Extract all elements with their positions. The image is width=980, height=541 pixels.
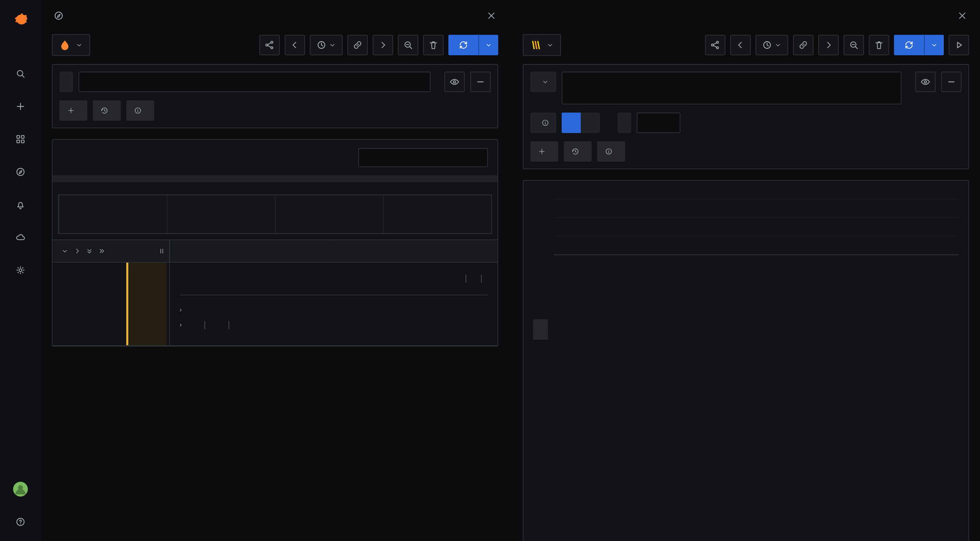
span-table-header — [52, 240, 498, 263]
clear-trash-button[interactable] — [423, 35, 444, 55]
span-detail-indent — [52, 263, 170, 345]
trace-summary-bar — [52, 175, 498, 182]
remove-query-minus-button[interactable] — [941, 71, 962, 92]
zoom-out-button[interactable] — [398, 35, 418, 55]
logs-panel — [523, 180, 969, 541]
run-query-caret[interactable] — [924, 35, 944, 55]
loki-query-input[interactable] — [562, 71, 902, 105]
datasource-picker-loki[interactable] — [523, 34, 561, 56]
column-resize-handle[interactable] — [158, 247, 166, 255]
remove-query-minus-button[interactable] — [470, 71, 491, 92]
line-limit-label — [617, 113, 631, 133]
tempo-datasource-icon — [59, 39, 71, 51]
query-type-label — [530, 113, 556, 133]
forward-button[interactable] — [818, 35, 839, 55]
run-query-caret[interactable] — [479, 35, 498, 55]
toggle-visibility-eye-button[interactable] — [915, 71, 935, 92]
grafana-logo[interactable] — [7, 5, 34, 33]
clear-trash-button[interactable] — [869, 35, 889, 55]
settings-gear-icon[interactable] — [7, 257, 34, 284]
trace-id-label — [59, 71, 73, 92]
collapse-all-icon[interactable] — [85, 247, 94, 255]
forward-button[interactable] — [372, 35, 393, 55]
flip-results-order-button[interactable] — [533, 319, 548, 340]
line-limit-input[interactable] — [637, 113, 680, 133]
span-detail-panel: | | — [52, 263, 498, 346]
run-query-split-button[interactable] — [894, 35, 944, 55]
query-history-button[interactable] — [93, 100, 121, 121]
y-axis-ticks — [533, 198, 554, 254]
plus-icon — [67, 106, 75, 114]
history-icon — [100, 106, 108, 114]
run-query-split-button[interactable] — [449, 35, 498, 55]
add-query-button[interactable] — [59, 100, 88, 121]
query-type-instant-button[interactable] — [581, 113, 600, 133]
back-button[interactable] — [730, 35, 751, 55]
user-avatar[interactable] — [7, 476, 34, 503]
collapse-one-icon[interactable] — [61, 247, 69, 255]
nav-sidebar — [0, 0, 41, 541]
grafana-explore-split: | | — [0, 0, 980, 541]
live-stream-play-button[interactable] — [948, 35, 969, 55]
toolbar-left — [41, 32, 509, 63]
trace-id-input[interactable] — [78, 71, 431, 92]
time-picker-button[interactable] — [756, 35, 788, 55]
share-button[interactable] — [259, 35, 280, 55]
logs-histogram — [533, 198, 959, 255]
query-history-button[interactable] — [564, 141, 592, 162]
time-picker-button[interactable] — [310, 35, 343, 55]
process-accordion[interactable]: › | | — [180, 316, 488, 333]
expand-all-icon[interactable] — [98, 247, 106, 255]
span-color-accent — [126, 263, 167, 345]
share-button[interactable] — [705, 35, 725, 55]
explore-pane-left: | | — [41, 0, 509, 541]
run-query-sync-icon[interactable] — [449, 35, 479, 55]
plus-icon — [538, 148, 546, 155]
minimap-axis-ticks — [58, 185, 492, 194]
query-type-segmented — [562, 113, 600, 133]
query-type-range-button[interactable] — [562, 113, 581, 133]
create-plus-icon[interactable] — [7, 93, 34, 120]
expand-one-icon[interactable] — [73, 247, 81, 255]
history-icon — [571, 148, 579, 155]
query-inspector-button[interactable] — [597, 141, 625, 162]
trace-find-input[interactable] — [358, 148, 488, 167]
query-editor-card — [52, 64, 498, 128]
explore-compass-icon — [53, 10, 64, 21]
timeline-axis-header — [170, 240, 498, 262]
trace-view-panel: | | — [52, 139, 498, 346]
minimap-bars[interactable] — [58, 194, 492, 234]
close-pane-icon[interactable] — [486, 10, 497, 21]
toggle-visibility-eye-button[interactable] — [444, 71, 465, 92]
close-pane-icon[interactable] — [957, 10, 968, 21]
chevron-down-icon — [75, 41, 83, 49]
log-option-toggles — [533, 295, 959, 300]
add-query-button[interactable] — [530, 141, 558, 162]
x-axis-ticks — [554, 255, 959, 266]
span-detail-stats: | | — [459, 271, 488, 286]
trace-minimap[interactable] — [58, 185, 492, 234]
cloud-icon[interactable] — [7, 224, 34, 251]
tags-accordion[interactable]: › — [180, 302, 488, 316]
toolbar-right — [512, 32, 980, 63]
histogram-bars — [554, 198, 959, 254]
chevron-down-icon — [546, 41, 554, 49]
zoom-out-button[interactable] — [843, 35, 864, 55]
info-icon — [541, 119, 549, 127]
run-query-sync-icon[interactable] — [894, 35, 924, 55]
loki-datasource-icon — [530, 39, 542, 51]
span-detail-title — [180, 271, 261, 286]
datasource-picker-tempo[interactable] — [52, 34, 90, 56]
link-button[interactable] — [347, 35, 368, 55]
query-inspector-button[interactable] — [126, 100, 154, 121]
back-button[interactable] — [285, 35, 305, 55]
log-labels-dropdown[interactable] — [530, 71, 556, 92]
link-button[interactable] — [793, 35, 813, 55]
search-icon[interactable] — [7, 60, 34, 87]
help-icon[interactable] — [7, 508, 34, 536]
alerting-bell-icon[interactable] — [7, 191, 34, 218]
dashboards-icon[interactable] — [7, 125, 34, 153]
chevron-down-icon — [541, 78, 549, 86]
span-rows-container: | | — [52, 263, 498, 346]
explore-compass-icon[interactable] — [7, 158, 34, 186]
